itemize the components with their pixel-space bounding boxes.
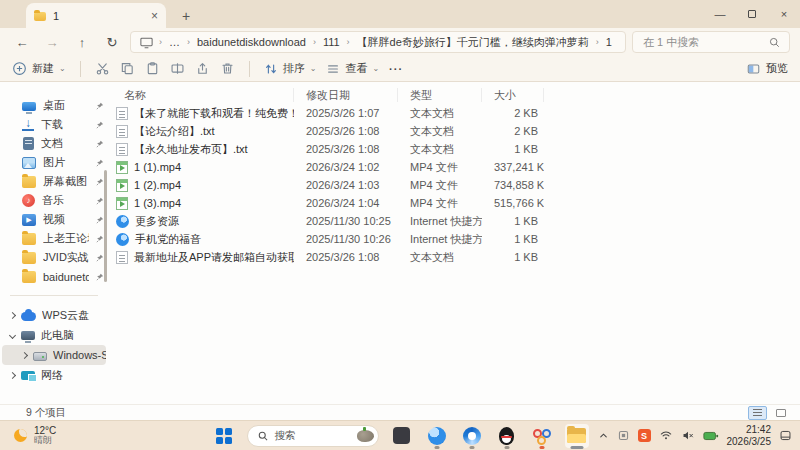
file-size-cell: 1 KB bbox=[482, 251, 544, 263]
details-view-toggle[interactable] bbox=[748, 406, 767, 420]
search-icon bbox=[257, 430, 269, 442]
wifi-icon[interactable] bbox=[659, 429, 673, 442]
tree-chevron-icon[interactable] bbox=[9, 371, 16, 378]
sidebar-item[interactable]: JVID实战片 写 bbox=[0, 248, 108, 267]
sidebar-item-label: JVID实战片 写 bbox=[43, 250, 89, 265]
battery-icon[interactable] bbox=[703, 430, 719, 442]
share-icon[interactable] bbox=[195, 61, 210, 76]
crumb-item[interactable]: 【胖胖de奇妙旅行】千元门槛，继续肉弹冲萝莉 bbox=[355, 35, 591, 50]
close-button[interactable]: × bbox=[768, 8, 800, 20]
overflow-crumb[interactable]: … bbox=[167, 36, 182, 48]
taskbar-app-browser1[interactable] bbox=[425, 424, 449, 448]
sidebar-scrollbar[interactable] bbox=[104, 170, 107, 282]
notification-center-icon[interactable] bbox=[779, 429, 792, 442]
file-type-icon bbox=[116, 161, 128, 174]
tri-circles-icon bbox=[533, 427, 551, 445]
column-header-size[interactable]: 大小 bbox=[482, 88, 544, 102]
cut-icon[interactable] bbox=[95, 61, 110, 76]
tray-app-icon[interactable] bbox=[617, 429, 630, 442]
search-box[interactable] bbox=[632, 31, 790, 53]
forward-icon[interactable]: → bbox=[40, 35, 64, 50]
file-date-cell: 2025/11/30 10:26 bbox=[294, 233, 398, 245]
back-icon[interactable]: ← bbox=[10, 35, 34, 50]
file-date-cell: 2025/3/26 1:07 bbox=[294, 107, 398, 119]
file-type-cell: 文本文档 bbox=[398, 124, 482, 139]
file-row[interactable]: 最新地址及APP请发邮箱自动获取！！！.txt 2025/3/26 1:08 文… bbox=[112, 248, 800, 266]
sidebar-item[interactable]: 文档 bbox=[0, 134, 108, 153]
sidebar-item[interactable]: 屏幕截图 bbox=[0, 172, 108, 191]
sidebar-tree-item[interactable]: 此电脑 bbox=[2, 325, 106, 345]
sidebar-item[interactable]: ↓ 下载 bbox=[0, 115, 108, 134]
breadcrumb[interactable]: › … ›baidunetdiskdownload›111›【胖胖de奇妙旅行】… bbox=[130, 31, 626, 53]
taskbar-app-circles[interactable] bbox=[530, 424, 554, 448]
delete-icon[interactable] bbox=[220, 61, 235, 76]
rename-icon[interactable] bbox=[170, 61, 185, 76]
sidebar-item-label: 下载 bbox=[41, 117, 89, 132]
file-row[interactable]: 【来了就能下载和观看！纯免费！】.txt 2025/3/26 1:07 文本文档… bbox=[112, 104, 800, 122]
sidebar-tree-item[interactable]: WPS云盘 bbox=[2, 305, 106, 325]
taskbar-app-explorer[interactable] bbox=[565, 424, 589, 448]
sidebar-tree-item[interactable]: 网络 bbox=[2, 365, 106, 385]
sidebar-item[interactable]: ▶ 视频 bbox=[0, 210, 108, 229]
column-header-name[interactable]: 名称 bbox=[112, 88, 294, 102]
new-tab-button[interactable]: + bbox=[182, 8, 190, 24]
volume-muted-icon[interactable] bbox=[681, 429, 695, 442]
file-row[interactable]: 【论坛介绍】.txt 2025/3/26 1:08 文本文档 2 KB bbox=[112, 122, 800, 140]
search-icon bbox=[768, 36, 781, 49]
file-name-cell: 手机党的福音 bbox=[112, 232, 294, 247]
clock[interactable]: 21:42 2026/3/25 bbox=[727, 424, 772, 448]
hidden-icons-chevron[interactable] bbox=[598, 430, 609, 441]
refresh-icon[interactable]: ↻ bbox=[100, 35, 124, 50]
copy-icon[interactable] bbox=[120, 61, 135, 76]
tree-chevron-icon[interactable] bbox=[21, 351, 28, 358]
sidebar-item[interactable]: 上老王论坛当 bbox=[0, 229, 108, 248]
new-button-label: 新建 bbox=[32, 61, 54, 76]
file-row[interactable]: 更多资源 2025/11/30 10:25 Internet 快捷方式 1 KB bbox=[112, 212, 800, 230]
tab-close-icon[interactable]: × bbox=[151, 10, 158, 22]
sort-button[interactable]: 排序 ⌄ bbox=[264, 61, 317, 76]
file-row[interactable]: 【永久地址发布页】.txt 2025/3/26 1:08 文本文档 1 KB bbox=[112, 140, 800, 158]
crumb-item[interactable]: baidunetdiskdownload bbox=[195, 36, 308, 48]
new-button[interactable]: 新建 ⌄ bbox=[12, 61, 66, 76]
taskbar-app-dark[interactable] bbox=[390, 424, 414, 448]
sidebar-item-label: baidunetdisk bbox=[43, 271, 89, 283]
file-row[interactable]: 手机党的福音 2025/11/30 10:26 Internet 快捷方式 1 … bbox=[112, 230, 800, 248]
sidebar-tree-item[interactable]: Windows-SSD bbox=[2, 345, 106, 365]
sidebar-item[interactable]: 图片 bbox=[0, 153, 108, 172]
weather-widget[interactable]: 12°C 晴朗 bbox=[14, 425, 56, 446]
tree-chevron-icon[interactable] bbox=[9, 331, 16, 338]
maximize-button[interactable] bbox=[736, 8, 768, 20]
file-row[interactable]: 1 (2).mp4 2026/3/24 1:03 MP4 文件 734,858 … bbox=[112, 176, 800, 194]
taskbar-app-browser2[interactable] bbox=[460, 424, 484, 448]
divider bbox=[249, 61, 250, 77]
pin-icon bbox=[96, 159, 104, 167]
sidebar-item-label: 桌面 bbox=[43, 98, 89, 113]
paste-icon[interactable] bbox=[145, 61, 160, 76]
start-button[interactable] bbox=[212, 424, 236, 448]
explorer-tab[interactable]: 1 × bbox=[26, 3, 166, 28]
pin-icon bbox=[96, 140, 104, 148]
preview-toggle[interactable]: 预览 bbox=[766, 61, 788, 76]
taskbar: 12°C 晴朗 搜索 S bbox=[0, 420, 800, 450]
search-input[interactable] bbox=[641, 35, 768, 49]
taskbar-app-qq[interactable] bbox=[495, 424, 519, 448]
sidebar-item[interactable]: ♪ 音乐 bbox=[0, 191, 108, 210]
column-header-date[interactable]: 修改日期 bbox=[294, 88, 398, 102]
taskbar-search[interactable]: 搜索 bbox=[247, 425, 379, 447]
sidebar-item[interactable]: baidunetdisk bbox=[0, 267, 108, 286]
up-icon[interactable]: ↑ bbox=[70, 35, 94, 50]
sidebar-item-icon bbox=[22, 252, 36, 264]
tree-chevron-icon[interactable] bbox=[9, 311, 16, 318]
more-options-icon[interactable]: ··· bbox=[389, 63, 403, 75]
file-row[interactable]: 1 (1).mp4 2026/3/24 1:02 MP4 文件 337,241 … bbox=[112, 158, 800, 176]
minimize-button[interactable]: — bbox=[704, 8, 736, 20]
status-bar: 9 个项目 bbox=[0, 404, 800, 420]
input-method-icon[interactable]: S bbox=[638, 429, 651, 442]
crumb-item[interactable]: 1 bbox=[604, 36, 614, 48]
column-header-type[interactable]: 类型 bbox=[398, 88, 482, 102]
thumbnails-view-toggle[interactable] bbox=[771, 406, 790, 420]
crumb-item[interactable]: 111 bbox=[321, 36, 342, 48]
view-button[interactable]: 查看 ⌄ bbox=[326, 61, 379, 76]
sidebar-item[interactable]: 桌面 bbox=[0, 96, 108, 115]
file-row[interactable]: 1 (3).mp4 2026/3/24 1:04 MP4 文件 515,766 … bbox=[112, 194, 800, 212]
